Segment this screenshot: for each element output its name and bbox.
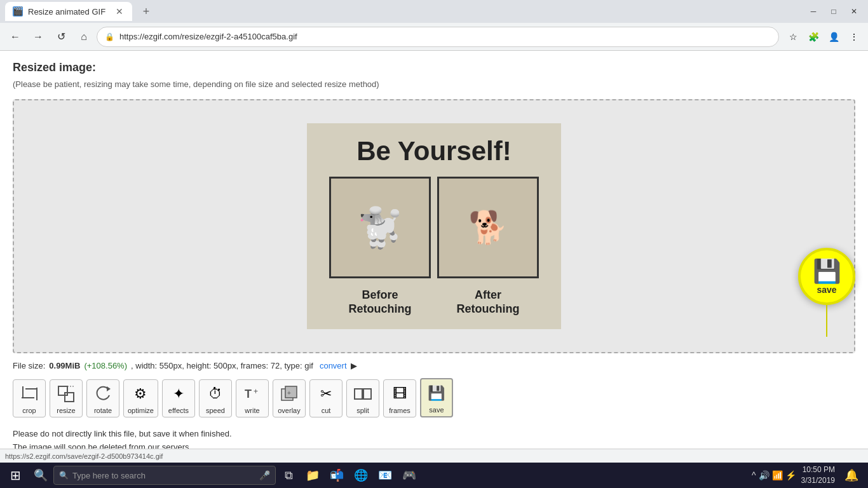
network-icon[interactable]: 📶 bbox=[772, 470, 783, 480]
gif-caption-after: AfterRetouching bbox=[437, 288, 539, 316]
cut-icon: ✂ bbox=[315, 383, 337, 405]
tab-close-button[interactable]: ✕ bbox=[114, 6, 125, 17]
expand-tray-icon[interactable]: ^ bbox=[752, 470, 756, 480]
gif-panels: 🐩 🐕 bbox=[320, 177, 548, 278]
svg-text:+: + bbox=[287, 390, 291, 396]
volume-icon[interactable]: 🔊 bbox=[759, 470, 770, 480]
write-label: write bbox=[245, 407, 259, 414]
svg-text:+: + bbox=[254, 387, 258, 396]
taskbar-clock[interactable]: 10:50 PM 3/31/2019 bbox=[801, 464, 835, 486]
speed-icon: ⏱ bbox=[204, 383, 227, 405]
overlay-icon: + bbox=[278, 383, 301, 405]
file-explorer-button[interactable]: 📁 bbox=[301, 464, 324, 487]
split-tool[interactable]: split bbox=[346, 379, 379, 417]
window-controls: ─ □ ✕ bbox=[804, 3, 863, 20]
email-button[interactable]: 📧 bbox=[374, 464, 397, 487]
svg-rect-5 bbox=[65, 393, 74, 402]
frames-label: frames bbox=[389, 407, 410, 414]
crop-tool[interactable]: crop bbox=[13, 379, 46, 417]
page-title: Resized image: bbox=[13, 61, 855, 74]
browser-window: 🎬 Resize animated GIF ✕ + ─ □ ✕ ← → ↺ ⌂ … bbox=[0, 0, 868, 488]
tab-title: Resize animated GIF bbox=[28, 7, 109, 17]
gif-caption-before: BeforeRetouching bbox=[329, 288, 431, 316]
save-floppy-icon: 💾 bbox=[813, 258, 841, 285]
gif-display: Be Yourself! 🐩 🐕 BeforeRetouching After bbox=[307, 123, 561, 329]
cut-tool[interactable]: ✂ cut bbox=[309, 379, 342, 417]
file-size-percent: (+108.56%) bbox=[84, 361, 127, 370]
speed-tool[interactable]: ⏱ speed bbox=[199, 379, 232, 417]
overlay-tool[interactable]: + overlay bbox=[273, 379, 306, 417]
task-view-button[interactable]: ⧉ bbox=[277, 464, 300, 487]
effects-tool[interactable]: ✦ effects bbox=[162, 379, 195, 417]
split-icon bbox=[351, 383, 374, 405]
gif-panel-after: 🐕 bbox=[437, 177, 539, 278]
write-tool[interactable]: T+ write bbox=[236, 379, 269, 417]
split-label: split bbox=[356, 407, 369, 414]
cartoon-dog-icon: 🐩 bbox=[356, 205, 404, 250]
close-button[interactable]: ✕ bbox=[845, 3, 863, 20]
real-dog-icon: 🐕 bbox=[468, 209, 508, 246]
search-taskbar-button[interactable]: 🔍 bbox=[29, 464, 52, 487]
taskbar: ⊞ 🔍 🔍 Type here to search 🎤 ⧉ 📁 📬 🌐 📧 🎮 … bbox=[0, 463, 868, 488]
crop-label: crop bbox=[22, 407, 36, 414]
effects-icon: ✦ bbox=[167, 383, 190, 405]
cut-label: cut bbox=[322, 407, 331, 414]
new-tab-button[interactable]: + bbox=[137, 3, 155, 20]
resize-icon bbox=[55, 383, 78, 405]
save-icon: 💾 bbox=[425, 382, 448, 405]
extensions-icon[interactable]: 🧩 bbox=[804, 28, 822, 46]
file-info-prefix: File size: bbox=[13, 361, 45, 370]
taskbar-search-box[interactable]: 🔍 Type here to search 🎤 bbox=[53, 466, 276, 485]
taskbar-right: ^ 🔊 📶 ⚡ 10:50 PM 3/31/2019 🔔 bbox=[752, 464, 865, 487]
chrome-button[interactable]: 🌐 bbox=[349, 464, 372, 487]
resize-tool[interactable]: resize bbox=[50, 379, 83, 417]
windows-icon: ⊞ bbox=[10, 468, 21, 483]
maximize-button[interactable]: □ bbox=[825, 3, 843, 20]
frames-tool[interactable]: 🎞 frames bbox=[383, 379, 416, 417]
battery-icon[interactable]: ⚡ bbox=[785, 470, 796, 480]
file-details: , width: 550px, height: 500px, frames: 7… bbox=[131, 361, 313, 370]
games-button[interactable]: 🎮 bbox=[398, 464, 421, 487]
back-button[interactable]: ← bbox=[5, 27, 25, 47]
url-text: https://ezgif.com/resize/ezgif-2-a45100c… bbox=[119, 32, 771, 41]
mail-button[interactable]: 📬 bbox=[325, 464, 348, 487]
rotate-tool[interactable]: rotate bbox=[86, 379, 119, 417]
bookmark-icon[interactable]: ☆ bbox=[784, 28, 802, 46]
navigation-bar: ← → ↺ ⌂ 🔒 https://ezgif.com/resize/ezgif… bbox=[0, 23, 868, 51]
address-bar[interactable]: 🔒 https://ezgif.com/resize/ezgif-2-a4510… bbox=[97, 27, 779, 47]
start-button[interactable]: ⊞ bbox=[3, 463, 28, 488]
notifications-button[interactable]: 🔔 bbox=[840, 464, 863, 487]
clock-time: 10:50 PM bbox=[801, 464, 835, 475]
microphone-icon[interactable]: 🎤 bbox=[259, 470, 270, 480]
toolbar: crop resize rotate bbox=[13, 378, 855, 417]
home-button[interactable]: ⌂ bbox=[74, 27, 94, 47]
forward-button[interactable]: → bbox=[28, 27, 48, 47]
title-bar: 🎬 Resize animated GIF ✕ + ─ □ ✕ bbox=[0, 0, 868, 23]
refresh-button[interactable]: ↺ bbox=[51, 27, 71, 47]
save-label: save bbox=[429, 406, 444, 414]
content-area: Resized image: (Please be patient, resiz… bbox=[0, 51, 868, 449]
status-url: https://s2.ezgif.com/save/ezgif-2-d500b9… bbox=[5, 452, 163, 460]
page-subtitle: (Please be patient, resizing may take so… bbox=[13, 79, 855, 89]
rotate-icon bbox=[92, 383, 114, 405]
status-bar: https://s2.ezgif.com/save/ezgif-2-d500b9… bbox=[0, 449, 868, 463]
convert-link[interactable]: convert bbox=[320, 361, 347, 370]
minimize-button[interactable]: ─ bbox=[804, 3, 822, 20]
nav-action-icons: ☆ 🧩 👤 ⋮ bbox=[784, 28, 863, 46]
browser-tab[interactable]: 🎬 Resize animated GIF ✕ bbox=[5, 2, 132, 21]
warning-line2: The image will soon be deleted from our … bbox=[13, 442, 191, 449]
svg-rect-13 bbox=[355, 389, 362, 399]
profile-icon[interactable]: 👤 bbox=[825, 28, 843, 46]
optimize-tool[interactable]: ⚙ optimize bbox=[123, 379, 158, 417]
menu-icon[interactable]: ⋮ bbox=[845, 28, 863, 46]
crop-icon bbox=[18, 383, 41, 405]
lock-icon: 🔒 bbox=[105, 32, 114, 41]
svg-marker-7 bbox=[107, 386, 111, 391]
save-tool[interactable]: 💾 save bbox=[420, 378, 453, 417]
file-info: File size: 0.99MiB (+108.56%) , width: 5… bbox=[13, 361, 855, 370]
gif-captions: BeforeRetouching AfterRetouching bbox=[320, 288, 548, 316]
save-arrow-line bbox=[826, 305, 827, 337]
overlay-label: overlay bbox=[278, 407, 300, 414]
file-size: 0.99MiB bbox=[49, 361, 80, 370]
rotate-label: rotate bbox=[94, 407, 112, 414]
